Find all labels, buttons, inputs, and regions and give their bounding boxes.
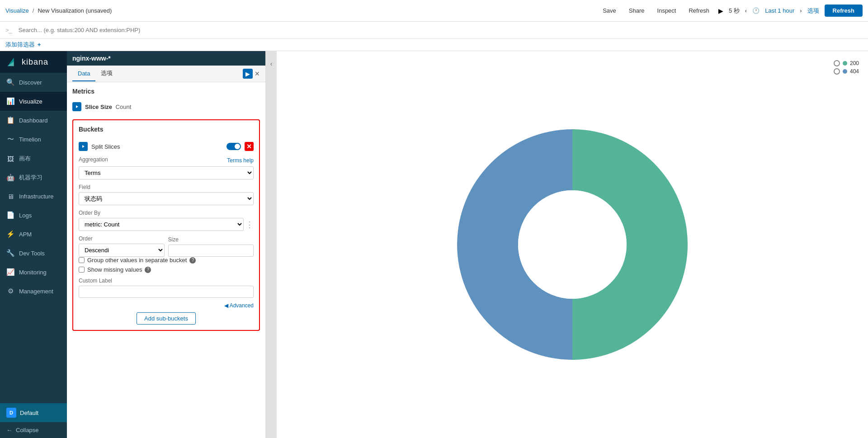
sidebar-item-label-monitoring: Monitoring [19, 269, 47, 276]
tab-options[interactable]: 选项 [95, 66, 118, 82]
field-label: Field [79, 184, 254, 190]
size-input[interactable]: 5 [168, 245, 254, 257]
logs-icon: 📄 [6, 211, 14, 219]
split-slices-toggle[interactable] [226, 143, 241, 150]
monitoring-icon: 📈 [6, 268, 14, 276]
run-button[interactable]: ▶ [243, 69, 253, 79]
sidebar-item-devtools[interactable]: 🔧 Dev Tools [0, 244, 67, 263]
interval-label: 5 秒 [729, 7, 740, 15]
sidebar-item-label-dashboard: Dashboard [19, 117, 48, 124]
aggregation-select[interactable]: Terms [79, 166, 254, 179]
sidebar-item-label-ml: 机器学习 [19, 174, 42, 182]
sidebar-item-ml[interactable]: 🤖 机器学习 [0, 168, 67, 187]
chart-legend: 200 404 [834, 60, 859, 75]
refresh-text-button[interactable]: Refresh [685, 5, 713, 16]
next-icon[interactable]: › [800, 7, 802, 14]
sidebar-item-management[interactable]: ⚙ Management [0, 282, 67, 301]
order-label: Order [79, 235, 165, 242]
devtools-icon: 🔧 [6, 249, 14, 257]
sidebar-item-label-devtools: Dev Tools [19, 250, 45, 257]
close-panel-button[interactable]: ✕ [255, 69, 260, 79]
sidebar-item-canvas[interactable]: 🖼 画布 [0, 149, 67, 168]
field-select[interactable]: 状态码 [79, 192, 254, 205]
sidebar-item-label-visualize: Visualize [19, 98, 42, 105]
sidebar-item-label-apm: APM [19, 231, 32, 238]
tab-data[interactable]: Data [72, 66, 95, 81]
add-sub-buckets-button[interactable]: Add sub-buckets [137, 312, 196, 325]
custom-label-group: Custom Label [79, 278, 254, 298]
filter-bar: 添加筛选器 + [0, 39, 868, 51]
legend-toggle-200[interactable] [834, 60, 840, 66]
bucket-expand-icon[interactable] [79, 142, 88, 151]
svg-marker-3 [76, 105, 78, 108]
content-panel: nginx-www-* Data 选项 ▶ ✕ Metrics [67, 51, 868, 438]
search-bar: >_ [0, 22, 868, 39]
canvas-icon: 🖼 [6, 155, 14, 163]
toolbar: Save Share Inspect Refresh ▶ 5 秒 ‹ 🕐 Las… [599, 5, 863, 17]
legend-label-200[interactable]: 200 [850, 60, 859, 66]
add-filter-button[interactable]: 添加筛选器 + [5, 41, 41, 49]
time-label[interactable]: Last 1 hour [765, 7, 794, 14]
collapse-button[interactable]: ← Collapse [0, 422, 67, 438]
order-by-label: Order By [79, 210, 254, 216]
collapse-label: Collapse [16, 427, 39, 433]
legend-toggle-404[interactable] [834, 68, 840, 75]
share-button[interactable]: Share [625, 5, 648, 16]
breadcrumb-separator: / [33, 7, 34, 14]
refresh-button[interactable]: Refresh [825, 5, 863, 17]
metric-expand-icon[interactable] [72, 102, 81, 111]
show-missing-row: Show missing values ? [79, 266, 254, 273]
play-button[interactable]: ▶ [718, 7, 723, 14]
sidebar-item-apm[interactable]: ⚡ APM [0, 225, 67, 244]
split-slices-row: Split Slices ✕ [79, 142, 254, 151]
group-other-checkbox[interactable] [79, 257, 85, 263]
group-other-row: Group other values in separate bucket ? [79, 257, 254, 264]
legend-label-404[interactable]: 404 [850, 68, 859, 75]
sidebar-item-label-canvas: 画布 [19, 155, 31, 163]
show-missing-help-icon[interactable]: ? [145, 267, 151, 273]
add-filter-label: 添加筛选器 [5, 41, 35, 48]
sidebar-item-discover[interactable]: 🔍 Discover [0, 73, 67, 92]
user-name: Default [20, 410, 38, 416]
sidebar-item-label-discover: Discover [19, 79, 42, 86]
sidebar-logo-text: kibana [22, 57, 48, 67]
buckets-header: Buckets [79, 126, 254, 137]
custom-label-label: Custom Label [79, 278, 254, 284]
sidebar-item-label-timelion: Timelion [19, 136, 41, 143]
sidebar-item-monitoring[interactable]: 📈 Monitoring [0, 263, 67, 282]
group-other-help-icon[interactable]: ? [189, 257, 196, 264]
legend-dot-404 [843, 69, 847, 74]
delete-bucket-button[interactable]: ✕ [245, 142, 254, 151]
group-other-label: Group other values in separate bucket [87, 257, 187, 264]
field-group: Field 状态码 [79, 184, 254, 205]
sidebar-item-visualize[interactable]: 📊 Visualize [0, 92, 67, 111]
main-layout: kibana 🔍 Discover 📊 Visualize 📋 Dashboar… [0, 51, 868, 438]
aggregation-group: Aggregation Terms help Terms [79, 156, 254, 179]
advanced-link[interactable]: ◀ Advanced [79, 302, 254, 309]
order-by-select[interactable]: metric: Count [79, 218, 244, 231]
infrastructure-icon: 🖥 [6, 193, 14, 200]
legend-item-200: 200 [834, 60, 859, 66]
search-input[interactable] [15, 24, 863, 36]
options-link[interactable]: 选项 [807, 7, 819, 15]
order-select[interactable]: Descendi [79, 244, 165, 257]
sidebar-item-dashboard[interactable]: 📋 Dashboard [0, 111, 67, 130]
breadcrumb: Visualize / New Visualization (unsaved) [5, 7, 112, 14]
breadcrumb-visualize[interactable]: Visualize [5, 7, 29, 14]
prev-icon[interactable]: ‹ [745, 7, 747, 14]
terms-help-link[interactable]: Terms help [227, 157, 254, 164]
order-size-row: Order Descendi Size 5 [79, 235, 254, 257]
show-missing-checkbox[interactable] [79, 267, 85, 273]
tab-actions: ▶ ✕ [243, 69, 260, 79]
collapse-panel-button[interactable]: ‹ [266, 51, 277, 438]
sidebar-item-logs[interactable]: 📄 Logs [0, 206, 67, 225]
inspect-button[interactable]: Inspect [654, 5, 680, 16]
show-missing-label: Show missing values [87, 266, 142, 273]
sidebar-footer: D Default ← Collapse [0, 403, 67, 438]
sidebar-item-infrastructure[interactable]: 🖥 Infrastructure [0, 187, 67, 206]
sidebar-item-timelion[interactable]: 〜 Timelion [0, 130, 67, 149]
user-avatar-section[interactable]: D Default [0, 403, 67, 422]
custom-label-input[interactable] [79, 286, 254, 298]
save-button[interactable]: Save [599, 5, 620, 16]
panel-tabs: Data 选项 ▶ ✕ [67, 66, 265, 82]
